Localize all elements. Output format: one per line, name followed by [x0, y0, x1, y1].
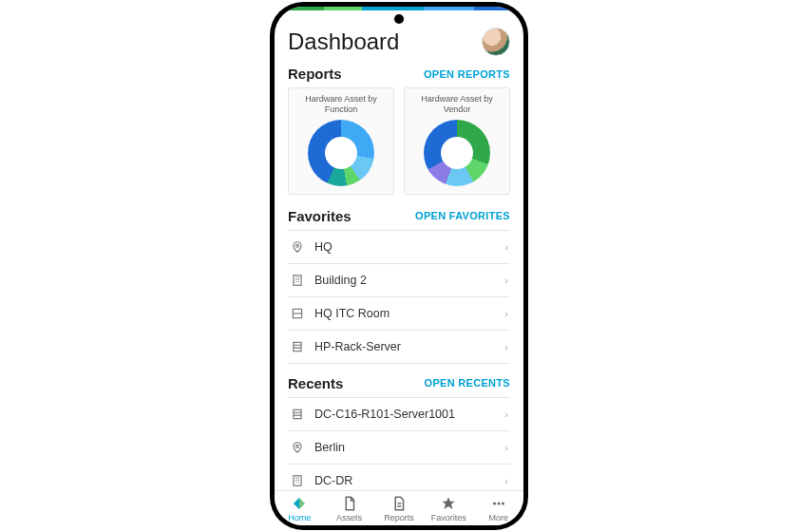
chevron-right-icon: › — [504, 442, 508, 453]
list-item[interactable]: HQ ITC Room› — [288, 297, 510, 331]
phone-side-button-2 — [525, 159, 527, 192]
list-item[interactable]: Building 2› — [288, 264, 510, 297]
list-item[interactable]: HP-Rack-Server› — [288, 331, 510, 364]
chevron-right-icon: › — [504, 241, 508, 253]
tab-more[interactable]: More — [478, 495, 520, 522]
favorites-section-head: Favorites OPEN FAVORITES — [288, 208, 510, 224]
recents-section-head: Recents OPEN RECENTS — [288, 375, 510, 391]
rack-icon — [290, 407, 305, 422]
reports-cards: Hardware Asset by Function Hardware Asse… — [288, 87, 510, 195]
svg-point-9 — [497, 503, 500, 505]
svg-rect-6 — [294, 475, 301, 485]
tab-label: Assets — [336, 513, 362, 522]
chevron-right-icon: › — [504, 308, 508, 319]
page-title: Dashboard — [288, 28, 399, 55]
list-item[interactable]: HQ› — [288, 231, 510, 264]
list-item-label: HQ ITC Room — [314, 307, 495, 320]
svg-rect-3 — [294, 342, 301, 351]
star-icon — [440, 495, 457, 512]
chevron-right-icon: › — [504, 475, 508, 486]
building-icon — [290, 273, 305, 288]
list-item-label: DC-DR — [314, 474, 495, 487]
phone-side-button — [525, 92, 527, 149]
svg-point-10 — [502, 503, 504, 505]
list-item[interactable]: DC-DR› — [288, 465, 510, 491]
list-item-label: HP-Rack-Server — [314, 340, 495, 353]
tab-assets[interactable]: Assets — [329, 495, 370, 522]
reports-section-head: Reports OPEN REPORTS — [288, 66, 510, 82]
chevron-right-icon: › — [504, 275, 508, 286]
report-card-title: Hardware Asset by Vendor — [410, 94, 504, 116]
room-icon — [290, 306, 305, 321]
tab-home[interactable]: Home — [278, 495, 320, 522]
open-favorites-link[interactable]: OPEN FAVORITES — [415, 210, 510, 221]
donut-chart-icon — [424, 120, 490, 186]
report-card-function[interactable]: Hardware Asset by Function — [288, 87, 394, 195]
report-icon — [390, 495, 408, 512]
tab-label: More — [488, 513, 508, 522]
home-icon — [291, 495, 308, 512]
document-icon — [341, 495, 358, 512]
phone-frame: Dashboard Reports OPEN REPORTS Hardware … — [271, 3, 527, 529]
user-avatar[interactable] — [482, 28, 510, 56]
report-card-title: Hardware Asset by Function — [294, 94, 388, 116]
rack-icon — [290, 339, 305, 354]
pin-icon — [290, 440, 305, 455]
open-reports-link[interactable]: OPEN REPORTS — [424, 68, 510, 80]
svg-point-0 — [296, 244, 299, 247]
tab-label: Favorites — [431, 513, 466, 522]
svg-rect-1 — [294, 275, 301, 285]
tab-label: Home — [288, 513, 311, 522]
list-item[interactable]: DC-C16-R101-Server1001› — [288, 398, 510, 431]
list-item-label: Building 2 — [314, 274, 495, 287]
chevron-right-icon: › — [504, 341, 508, 352]
recents-title: Recents — [288, 375, 343, 391]
chevron-right-icon: › — [504, 408, 508, 420]
pin-icon — [290, 239, 305, 255]
tab-label: Reports — [384, 513, 414, 522]
list-item-label: HQ — [314, 240, 495, 254]
svg-point-5 — [296, 445, 299, 447]
header: Dashboard — [288, 28, 510, 56]
screen: Dashboard Reports OPEN REPORTS Hardware … — [275, 10, 523, 490]
recents-list: DC-C16-R101-Server1001›Berlin›DC-DR›DR-C… — [288, 397, 510, 491]
bottom-tabbar: HomeAssetsReportsFavoritesMore — [275, 490, 523, 525]
reports-title: Reports — [288, 66, 342, 82]
svg-rect-4 — [294, 409, 301, 418]
building-icon — [290, 473, 305, 488]
list-item[interactable]: Berlin› — [288, 431, 510, 465]
favorites-list: HQ›Building 2›HQ ITC Room›HP-Rack-Server… — [288, 230, 510, 364]
tab-reports[interactable]: Reports — [378, 495, 420, 522]
svg-point-8 — [493, 503, 496, 505]
more-icon — [490, 495, 507, 512]
list-item-label: DC-C16-R101-Server1001 — [314, 408, 495, 421]
list-item-label: Berlin — [314, 441, 495, 454]
favorites-title: Favorites — [288, 208, 352, 224]
donut-chart-icon — [308, 120, 374, 186]
open-recents-link[interactable]: OPEN RECENTS — [425, 377, 510, 389]
report-card-vendor[interactable]: Hardware Asset by Vendor — [404, 87, 510, 195]
tab-favorites[interactable]: Favorites — [428, 495, 469, 522]
